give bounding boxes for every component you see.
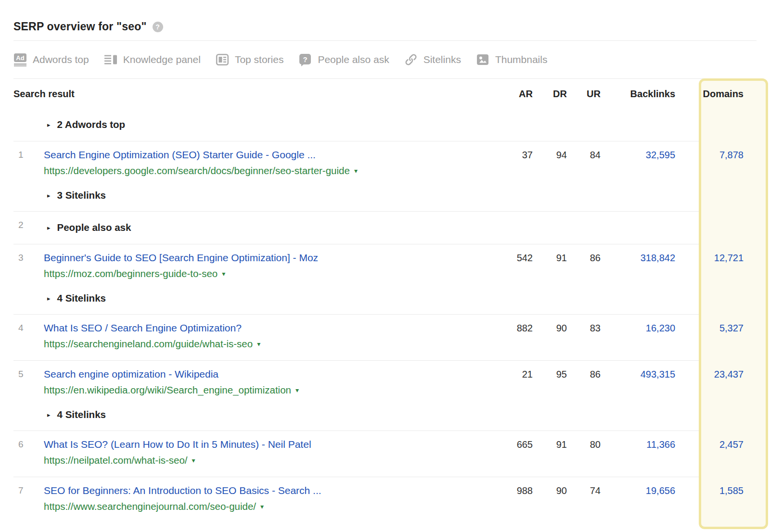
domains-link[interactable]: 5,327	[719, 323, 744, 333]
ar-value: 21	[505, 361, 546, 431]
result-url-link[interactable]: https://searchengineland.com/guide/what-…	[44, 337, 253, 351]
result-title-link[interactable]: What Is SEO? (Learn How to Do It in 5 Mi…	[44, 438, 311, 451]
result-url-line: https://moz.com/beginners-guide-to-seo▾	[44, 267, 505, 280]
chevron-right-icon: ▸	[47, 295, 51, 302]
ur-value: 80	[580, 431, 614, 477]
expand-toggle[interactable]: ▸People also ask	[44, 221, 505, 234]
domains-link[interactable]: 23,437	[714, 369, 744, 380]
page-title: SERP overview for "seo"	[13, 20, 147, 33]
col-search-result: Search result	[13, 89, 75, 100]
dr-value: 90	[546, 315, 580, 360]
table-header-row: Search result AR DR UR Backlinks Domains	[13, 79, 757, 109]
feature-label: Sitelinks	[424, 54, 461, 65]
backlinks-link[interactable]: 493,315	[641, 369, 675, 380]
domains-link[interactable]: 2,457	[719, 439, 744, 450]
result-url-link[interactable]: https://www.searchenginejournal.com/seo-…	[44, 500, 256, 513]
url-dropdown-icon[interactable]: ▾	[354, 167, 358, 174]
panel-header: SERP overview for "seo" ?	[0, 0, 770, 40]
top-stories-icon	[216, 53, 229, 66]
domains-link[interactable]: 12,721	[714, 253, 744, 263]
backlinks-cell: 32,595	[614, 141, 688, 211]
result-main: What Is SEO / Search Engine Optimization…	[44, 315, 505, 360]
expand-toggle[interactable]: ▸2 Adwords top	[44, 118, 505, 131]
domains-cell: 23,437	[688, 361, 757, 431]
ur-value: 86	[580, 361, 614, 431]
help-icon[interactable]: ?	[153, 22, 163, 32]
sitelinks-toggle[interactable]: ▸4 Sitelinks	[44, 408, 505, 421]
ar-value: 882	[505, 315, 546, 360]
result-main: ▸2 Adwords top	[44, 109, 505, 141]
table-body: ▸2 Adwords top1Search Engine Optimizatio…	[13, 109, 757, 523]
chevron-right-icon: ▸	[47, 412, 51, 418]
result-title-link[interactable]: Search engine optimization - Wikipedia	[44, 368, 218, 380]
backlinks-link[interactable]: 11,366	[646, 439, 675, 450]
serp-result-row: 7SEO for Beginners: An Introduction to S…	[13, 477, 757, 523]
result-main: Beginner's Guide to SEO [Search Engine O…	[44, 244, 505, 314]
col-backlinks: Backlinks	[614, 79, 688, 109]
backlinks-link[interactable]: 19,656	[646, 485, 675, 496]
col-ar: AR	[505, 79, 546, 109]
svg-text:Ad: Ad	[16, 54, 24, 62]
backlinks-link[interactable]: 32,595	[646, 150, 675, 160]
serp-result-row: 1Search Engine Optimization (SEO) Starte…	[13, 141, 757, 212]
result-url-link[interactable]: https://neilpatel.com/what-is-seo/	[44, 454, 188, 467]
dr-value: 91	[546, 431, 580, 477]
domains-cell: 5,327	[688, 315, 757, 360]
result-url-link[interactable]: https://en.wikipedia.org/wiki/Search_eng…	[44, 383, 291, 397]
feature-label: Adwords top	[33, 54, 89, 65]
col-dr: DR	[546, 79, 580, 109]
result-url-line: https://neilpatel.com/what-is-seo/▾	[44, 454, 505, 467]
result-url-link[interactable]: https://developers.google.com/search/doc…	[44, 164, 350, 177]
serp-result-row: 5Search engine optimization - Wikipediah…	[13, 361, 757, 431]
result-main: ▸People also ask	[44, 212, 505, 244]
serp-feature-knowledge-panel: Knowledge panel	[104, 53, 201, 66]
serp-overview-panel: SERP overview for "seo" ? Ad Adwords top…	[0, 0, 770, 532]
chevron-right-icon: ▸	[47, 122, 51, 128]
adwords-icon: Ad	[13, 53, 27, 66]
domains-link[interactable]: 7,878	[719, 150, 744, 160]
result-rank: 2	[13, 212, 44, 244]
serp-group-row: ▸2 Adwords top	[13, 109, 757, 141]
ar-value: 37	[505, 141, 546, 211]
sitelinks-toggle[interactable]: ▸3 Sitelinks	[44, 189, 505, 202]
backlinks-link[interactable]: 16,230	[646, 323, 675, 333]
backlinks-cell: 19,656	[614, 477, 688, 523]
chevron-right-icon: ▸	[47, 225, 51, 231]
ur-value: 83	[580, 315, 614, 360]
domains-link[interactable]: 1,585	[719, 485, 744, 496]
url-dropdown-icon[interactable]: ▾	[192, 457, 195, 464]
result-title-link[interactable]: Search Engine Optimization (SEO) Starter…	[44, 149, 316, 161]
result-url-line: https://developers.google.com/search/doc…	[44, 164, 505, 177]
sitelinks-label: 4 Sitelinks	[57, 292, 106, 304]
domains-cell: 1,585	[688, 477, 757, 523]
url-dropdown-icon[interactable]: ▾	[295, 387, 299, 393]
ar-value: 665	[505, 431, 546, 477]
empty-cell	[688, 212, 757, 244]
backlinks-cell: 11,366	[614, 431, 688, 477]
domains-cell: 12,721	[688, 244, 757, 314]
result-url-line: https://searchengineland.com/guide/what-…	[44, 337, 505, 351]
url-dropdown-icon[interactable]: ▾	[222, 270, 225, 277]
dr-value: 90	[546, 477, 580, 523]
ur-value: 84	[580, 141, 614, 211]
result-rank	[13, 109, 44, 141]
result-title-link[interactable]: Beginner's Guide to SEO [Search Engine O…	[44, 252, 318, 264]
feature-label: People also ask	[318, 54, 389, 65]
result-rank: 3	[13, 244, 44, 314]
result-title-link[interactable]: SEO for Beginners: An Introduction to SE…	[44, 484, 321, 497]
url-dropdown-icon[interactable]: ▾	[260, 503, 264, 510]
dr-value: 91	[546, 244, 580, 314]
result-rank: 6	[13, 431, 44, 477]
result-main: What Is SEO? (Learn How to Do It in 5 Mi…	[44, 431, 505, 477]
result-url-link[interactable]: https://moz.com/beginners-guide-to-seo	[44, 267, 218, 280]
result-main: Search engine optimization - Wikipediaht…	[44, 361, 505, 431]
sitelinks-toggle[interactable]: ▸4 Sitelinks	[44, 292, 505, 304]
empty-cell	[546, 109, 580, 141]
url-dropdown-icon[interactable]: ▾	[257, 341, 260, 347]
svg-text:?: ?	[303, 55, 308, 63]
result-title-link[interactable]: What Is SEO / Search Engine Optimization…	[44, 322, 242, 334]
col-domains: Domains	[688, 79, 757, 109]
serp-group-row: 2▸People also ask	[13, 212, 757, 244]
feature-label: Thumbnails	[495, 54, 548, 65]
backlinks-link[interactable]: 318,842	[641, 253, 675, 263]
